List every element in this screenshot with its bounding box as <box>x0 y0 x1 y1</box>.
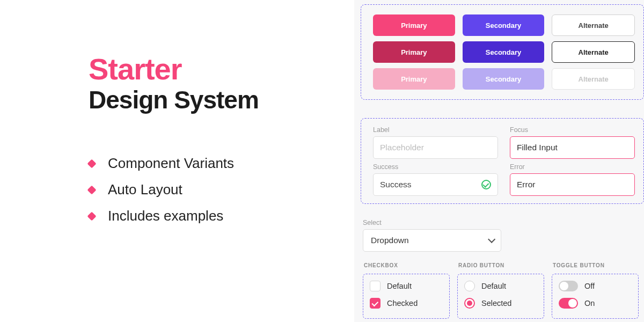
alternate-button[interactable]: Alternate <box>552 14 635 36</box>
secondary-button-disabled: Secondary <box>463 68 545 90</box>
radio-default[interactable]: Default <box>464 281 537 291</box>
checkbox-label: Checked <box>387 299 418 308</box>
secondary-button[interactable]: Secondary <box>463 14 545 36</box>
checkbox-checked-icon <box>370 298 380 309</box>
toggle-variant-group: Off On <box>552 274 639 319</box>
radio-icon <box>464 281 475 291</box>
toggle-off[interactable]: Off <box>559 281 632 291</box>
checkbox-heading: Checkbox <box>363 262 450 268</box>
radio-label: Default <box>481 282 506 290</box>
feature-item: Component Variants <box>89 155 354 172</box>
input-label: Error <box>510 163 635 171</box>
select-dropdown[interactable]: Dropdown <box>363 229 501 252</box>
diamond-bullet-icon <box>87 211 97 221</box>
primary-button-hover[interactable]: Primary <box>373 41 455 63</box>
text-input-success[interactable]: Success <box>373 173 498 196</box>
checkbox-icon <box>370 281 380 291</box>
secondary-button-hover[interactable]: Secondary <box>463 41 545 63</box>
feature-label: Auto Layout <box>108 181 182 198</box>
toggle-label: On <box>584 299 595 308</box>
radio-label: Selected <box>481 299 511 308</box>
text-input[interactable]: Placeholder <box>373 136 498 159</box>
toggle-heading: Toggle Button <box>552 262 639 268</box>
alternate-button-disabled: Alternate <box>552 68 635 90</box>
checkbox-checked[interactable]: Checked <box>370 298 443 309</box>
select-label: Select <box>363 219 644 226</box>
toggle-label: Off <box>584 282 595 290</box>
input-field-default: Label Placeholder <box>373 126 498 159</box>
toggle-on[interactable]: On <box>559 298 632 309</box>
alternate-button-hover[interactable]: Alternate <box>552 41 635 63</box>
checkbox-column: Checkbox Default Checked <box>363 262 450 319</box>
hero-title-main: Design System <box>89 86 354 114</box>
buttons-variant-group: Primary Secondary Alternate Primary Seco… <box>361 4 644 100</box>
diamond-bullet-icon <box>87 159 97 168</box>
feature-label: Includes examples <box>108 208 223 224</box>
radio-selected[interactable]: Selected <box>464 298 537 309</box>
primary-button[interactable]: Primary <box>373 14 455 36</box>
feature-item: Auto Layout <box>89 181 354 198</box>
toggle-on-icon <box>559 298 578 309</box>
check-circle-icon <box>481 180 491 189</box>
chevron-down-icon <box>488 236 495 243</box>
text-input-error[interactable]: Error <box>510 173 635 196</box>
input-field-focus: Focus Filled Input <box>510 126 635 159</box>
checkbox-label: Default <box>387 282 412 290</box>
feature-list: Component Variants Auto Layout Includes … <box>89 155 354 224</box>
radio-variant-group: Default Selected <box>457 274 544 319</box>
hero-panel: Starter Design System Component Variants… <box>0 0 354 322</box>
feature-label: Component Variants <box>108 155 234 172</box>
input-field-error: Error Error <box>510 163 635 196</box>
text-input-focus[interactable]: Filled Input <box>510 136 635 159</box>
checkbox-variant-group: Default Checked <box>363 274 450 319</box>
input-field-success: Success Success <box>373 163 498 196</box>
select-field: Select Dropdown <box>361 219 644 252</box>
radio-selected-icon <box>464 298 475 309</box>
toggle-column: Toggle Button Off On <box>552 262 639 319</box>
hero-title-accent: Starter <box>89 54 354 85</box>
primary-button-disabled: Primary <box>373 68 455 90</box>
input-label: Success <box>373 163 498 171</box>
radio-column: Radio Button Default Selected <box>457 262 544 319</box>
input-label: Label <box>373 126 498 134</box>
input-label: Focus <box>510 126 635 134</box>
components-panel: Primary Secondary Alternate Primary Seco… <box>354 0 644 322</box>
diamond-bullet-icon <box>87 185 97 194</box>
toggle-off-icon <box>559 281 578 291</box>
radio-heading: Radio Button <box>457 262 544 268</box>
select-value: Dropdown <box>371 236 409 245</box>
controls-row: Checkbox Default Checked Radio Button De… <box>361 262 644 319</box>
input-value: Success <box>380 180 412 189</box>
checkbox-default[interactable]: Default <box>370 281 443 291</box>
inputs-variant-group: Label Placeholder Focus Filled Input Suc… <box>361 118 644 204</box>
feature-item: Includes examples <box>89 208 354 224</box>
